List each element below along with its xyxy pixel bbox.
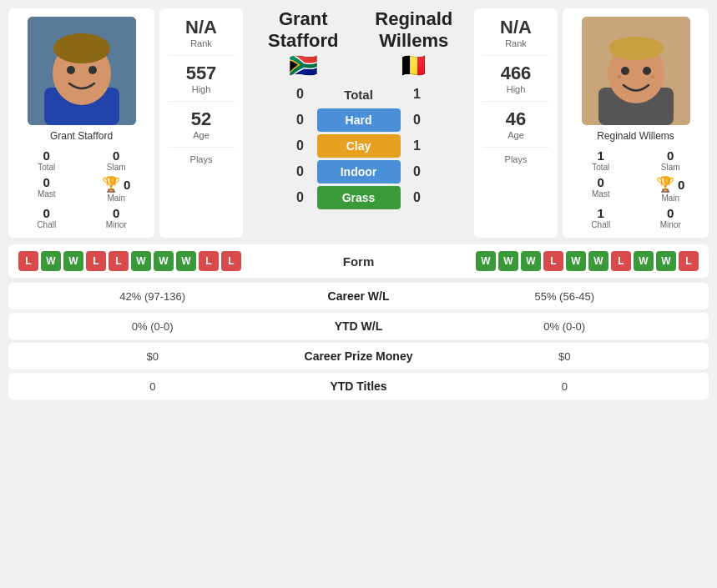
divider6 bbox=[482, 147, 549, 148]
score-right: 0 bbox=[401, 164, 434, 179]
left-minor-label: Minor bbox=[85, 220, 149, 229]
form-badge: L bbox=[18, 251, 38, 271]
left-minor-value: 0 bbox=[85, 206, 149, 220]
form-badge: W bbox=[498, 251, 518, 271]
career-wl-left: 42% (97-136) bbox=[22, 290, 284, 303]
score-right: 1 bbox=[401, 87, 434, 102]
left-trophy-icon: 🏆 bbox=[102, 175, 120, 193]
right-minor-label: Minor bbox=[639, 220, 703, 229]
right-chall-cell: 1 Chall bbox=[569, 206, 633, 229]
form-badge: W bbox=[63, 251, 83, 271]
left-name-header: Grant Stafford 🇿🇦 bbox=[248, 8, 359, 79]
left-mast-cell: 0 Mast bbox=[15, 175, 78, 203]
top-section: Grant Stafford 0 Total 0 Slam 0 Mast 🏆 bbox=[8, 8, 709, 238]
left-mast-label: Mast bbox=[38, 189, 56, 199]
left-rank-block: N/A Rank bbox=[168, 17, 235, 48]
svg-point-13 bbox=[651, 75, 654, 78]
svg-point-5 bbox=[88, 66, 97, 74]
ytd-wl-row: 0% (0-0) YTD W/L 0% (0-0) bbox=[8, 313, 709, 339]
left-chall-value: 0 bbox=[15, 206, 78, 220]
right-main-value: 0 bbox=[678, 178, 684, 192]
names-flags-row: Grant Stafford 🇿🇦 Reginald Willems 🇧🇪 bbox=[248, 8, 469, 79]
divider2 bbox=[168, 101, 235, 102]
left-slam-label: Slam bbox=[85, 163, 149, 172]
form-badge: L bbox=[543, 251, 563, 271]
career-wl-label: Career W/L bbox=[284, 289, 434, 303]
right-total-cell: 1 Total bbox=[569, 148, 633, 172]
main-container: Grant Stafford 0 Total 0 Slam 0 Mast 🏆 bbox=[0, 0, 717, 408]
ytd-wl-label: YTD W/L bbox=[284, 319, 434, 333]
right-rank-value: N/A bbox=[482, 17, 549, 38]
right-age-value: 46 bbox=[482, 108, 549, 130]
left-player-title: Grant Stafford bbox=[248, 8, 359, 52]
form-badge: L bbox=[109, 251, 129, 271]
form-title: Form bbox=[343, 254, 375, 269]
left-player-name-label: Grant Stafford bbox=[50, 130, 113, 142]
score-badge: Indoor bbox=[317, 160, 401, 183]
left-slam-cell: 0 Slam bbox=[85, 148, 149, 172]
right-main-label: Main bbox=[639, 193, 703, 203]
left-high-block: 557 High bbox=[168, 63, 235, 94]
svg-point-11 bbox=[643, 67, 651, 75]
left-minor-cell: 0 Minor bbox=[85, 206, 149, 229]
score-left: 0 bbox=[284, 164, 317, 179]
left-age-block: 52 Age bbox=[168, 108, 235, 140]
titles-label: YTD Titles bbox=[284, 379, 434, 393]
score-row: 0 Hard 0 bbox=[248, 108, 469, 132]
divider1 bbox=[168, 55, 235, 56]
left-chall-label: Chall bbox=[15, 220, 78, 229]
form-badge: W bbox=[41, 251, 61, 271]
right-player-photo bbox=[582, 17, 690, 125]
right-player-title: Reginald Willems bbox=[359, 8, 470, 52]
left-slam-value: 0 bbox=[85, 148, 149, 163]
right-flag: 🇧🇪 bbox=[359, 52, 470, 79]
score-row: 0 Clay 1 bbox=[248, 134, 469, 158]
svg-point-4 bbox=[67, 66, 75, 74]
right-minor-cell: 0 Minor bbox=[639, 206, 703, 229]
divider5 bbox=[482, 101, 549, 102]
ytd-wl-left: 0% (0-0) bbox=[22, 320, 284, 333]
form-badge: L bbox=[86, 251, 106, 271]
right-total-label: Total bbox=[569, 163, 633, 172]
left-form-badges: LWWLLWWWLL bbox=[18, 251, 241, 271]
left-total-value: 0 bbox=[15, 148, 78, 163]
left-flag: 🇿🇦 bbox=[248, 52, 359, 79]
form-badge: L bbox=[221, 251, 241, 271]
left-main-cell: 🏆 0 Main bbox=[85, 175, 149, 203]
left-stats-card: N/A Rank 557 High 52 Age Plays bbox=[159, 8, 243, 238]
right-name-header: Reginald Willems 🇧🇪 bbox=[359, 8, 470, 79]
right-age-label: Age bbox=[482, 130, 549, 140]
form-badge: L bbox=[611, 251, 631, 271]
titles-left: 0 bbox=[22, 380, 284, 393]
left-main-value: 0 bbox=[124, 178, 130, 192]
right-age-block: 46 Age bbox=[482, 108, 549, 140]
right-slam-label: Slam bbox=[639, 163, 703, 172]
score-left: 0 bbox=[284, 113, 317, 128]
right-high-block: 466 High bbox=[482, 63, 549, 94]
left-plays-block: Plays bbox=[168, 154, 235, 164]
ytd-wl-right: 0% (0-0) bbox=[434, 320, 696, 333]
right-mast-label: Mast bbox=[592, 189, 610, 199]
right-plays-label: Plays bbox=[482, 154, 549, 164]
right-trophy-icon: 🏆 bbox=[656, 175, 674, 193]
form-badge: L bbox=[199, 251, 219, 271]
left-high-value: 557 bbox=[168, 63, 235, 84]
left-main-label: Main bbox=[85, 193, 149, 203]
right-main-cell: 🏆 0 Main bbox=[639, 175, 703, 203]
form-badge: W bbox=[176, 251, 196, 271]
right-player-stats: 1 Total 0 Slam 0 Mast 🏆 0 Main bbox=[569, 148, 702, 229]
career-wl-row: 42% (97-136) Career W/L 55% (56-45) bbox=[8, 283, 709, 309]
info-rows: 42% (97-136) Career W/L 55% (56-45) 0% (… bbox=[8, 283, 709, 400]
score-left: 0 bbox=[284, 138, 317, 153]
right-plays-block: Plays bbox=[482, 154, 549, 164]
score-badge: Hard bbox=[317, 108, 401, 132]
divider4 bbox=[482, 55, 549, 56]
form-badge: W bbox=[154, 251, 174, 271]
score-left: 0 bbox=[284, 87, 317, 102]
score-row: 0 Total 1 bbox=[248, 83, 469, 106]
left-age-label: Age bbox=[168, 130, 235, 140]
prize-label: Career Prize Money bbox=[284, 349, 434, 363]
left-plays-label: Plays bbox=[168, 154, 235, 164]
score-right: 0 bbox=[401, 113, 434, 128]
right-player-card: Reginald Willems 1 Total 0 Slam 0 Mast 🏆 bbox=[563, 8, 709, 238]
